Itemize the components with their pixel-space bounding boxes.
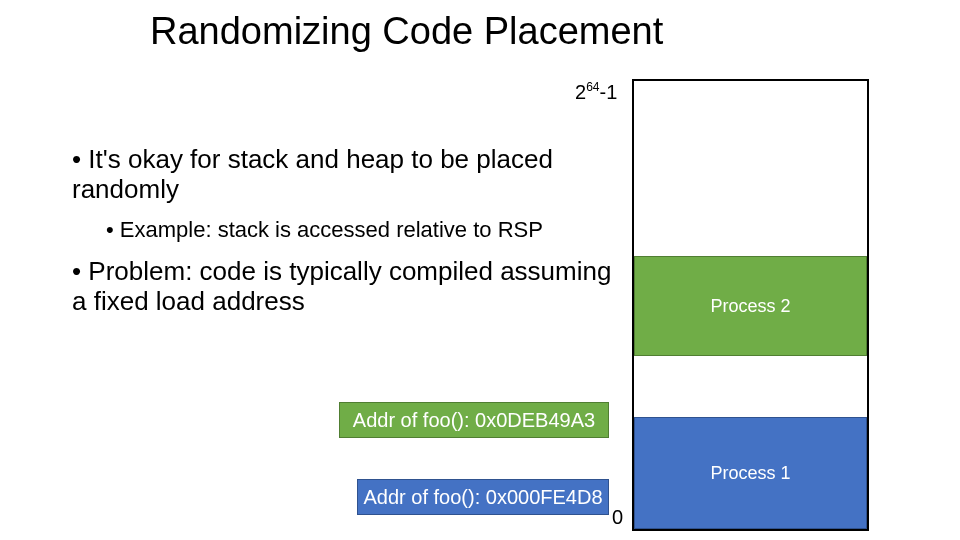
process-2-region: Process 2 [634,256,867,356]
bullet-2: Problem: code is typically compiled assu… [72,257,612,317]
memory-column: Process 2 Process 1 [632,79,869,531]
bullet-1-sub: Example: stack is accessed relative to R… [106,217,612,243]
top-addr-base: 2 [575,81,586,103]
slide-title: Randomizing Code Placement [150,10,663,53]
callout-process-1-addr: Addr of foo(): 0x000FE4D8 [357,479,609,515]
top-address-label: 264-1 [575,80,617,104]
slide: Randomizing Code Placement Virtual Memor… [0,0,960,540]
callout-process-2-addr: Addr of foo(): 0x0DEB49A3 [339,402,609,438]
top-addr-suffix: -1 [599,81,617,103]
bullet-list: It's okay for stack and heap to be place… [72,145,612,329]
bullet-1: It's okay for stack and heap to be place… [72,145,612,205]
process-1-region: Process 1 [634,417,867,529]
zero-label: 0 [612,506,623,529]
top-addr-exp: 64 [586,80,599,94]
